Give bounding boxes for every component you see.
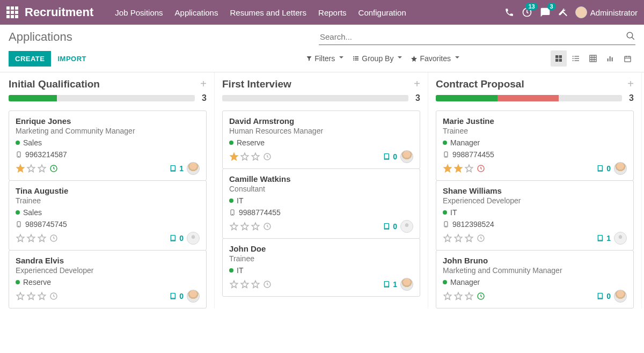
priority-star-icon[interactable] [16,291,25,301]
priority-star-icon[interactable] [229,222,239,231]
attachment-book-icon [169,164,178,173]
activity-clock-icon[interactable] [476,164,486,173]
view-pivot-button[interactable] [585,50,601,67]
priority-star-icon[interactable] [240,280,250,289]
assignee-avatar-icon[interactable] [400,278,413,291]
attachment-count[interactable]: 0 [596,164,611,173]
attachment-count[interactable]: 0 [383,222,397,231]
view-calendar-button[interactable] [619,50,635,67]
assignee-avatar-icon[interactable] [400,150,413,163]
view-graph-button[interactable] [602,50,618,67]
menu-job-positions[interactable]: Job Positions [115,8,163,17]
attachment-count[interactable]: 0 [383,152,397,161]
priority-star-icon[interactable] [240,222,250,231]
kanban-card[interactable]: John Bruno Marketing and Community Manag… [436,250,634,308]
import-button[interactable]: IMPORT [51,51,93,67]
column-title[interactable]: First Interview [222,78,291,90]
column-title[interactable]: Contract Proposal [436,78,524,90]
attachment-count[interactable]: 1 [596,234,611,242]
candidate-phone: 9898745745 [16,220,200,229]
activity-clock-icon[interactable] [262,280,272,289]
menu-resumes-letters[interactable]: Resumes and Letters [230,8,306,17]
kanban-card[interactable]: John Doe Trainee IT 1 [222,238,420,297]
column-count: 3 [199,93,207,103]
add-card-button[interactable]: + [627,78,634,90]
assignee-avatar-icon[interactable] [187,232,200,245]
priority-star-icon[interactable] [37,233,47,243]
priority-star-icon[interactable] [251,280,260,289]
activity-clock-icon[interactable] [262,152,272,161]
kanban-card[interactable]: Sandra Elvis Experienced Developer Reser… [9,250,207,308]
create-button[interactable]: CREATE [9,51,51,67]
priority-star-icon[interactable] [37,291,47,301]
priority-star-icon[interactable] [464,291,474,301]
assignee-avatar-icon[interactable] [187,290,200,303]
attachment-count[interactable]: 1 [169,164,184,173]
priority-star-icon[interactable] [453,233,463,243]
priority-star-icon[interactable] [37,164,47,173]
user-menu[interactable]: Administrator [575,6,638,18]
attachment-count[interactable]: 0 [169,292,184,300]
activity-clock-icon[interactable] [476,291,486,301]
apps-launcher-icon[interactable] [6,6,18,18]
add-card-button[interactable]: + [200,78,207,90]
kanban-card[interactable]: Enrique Jones Marketing and Community Ma… [9,111,207,181]
priority-star-icon[interactable] [251,222,260,231]
candidate-position: Consultant [229,185,413,193]
assignee-avatar-icon[interactable] [187,162,200,175]
priority-star-icon[interactable] [229,280,239,289]
assignee-avatar-icon[interactable] [614,232,627,245]
priority-star-icon[interactable] [16,233,25,243]
priority-star-icon[interactable] [240,152,250,161]
activity-clock-icon[interactable] [49,233,58,243]
candidate-department: IT [443,208,627,217]
assignee-avatar-icon[interactable] [614,290,627,303]
phone-icon[interactable] [504,8,514,17]
attachment-count[interactable]: 0 [169,234,184,242]
menu-reports[interactable]: Reports [318,8,347,17]
priority-star-icon[interactable] [464,233,474,243]
search-input[interactable] [319,29,635,45]
kanban-card[interactable]: Camille Watkins Consultant IT 9988774455… [222,168,420,239]
priority-star-icon[interactable] [464,164,474,173]
priority-star-icon[interactable] [251,152,260,161]
priority-star-icon[interactable] [229,152,239,161]
add-card-button[interactable]: + [414,78,420,90]
view-list-button[interactable] [568,50,584,67]
kanban-card[interactable]: David Armstrong Human Resources Manager … [222,111,420,169]
activity-clock-icon[interactable] [476,233,486,243]
activity-icon[interactable]: 13 [522,7,532,18]
attachment-count[interactable]: 1 [383,280,397,289]
menu-applications[interactable]: Applications [175,8,218,17]
assignee-avatar-icon[interactable] [614,162,627,175]
menu-configuration[interactable]: Configuration [358,8,406,17]
candidate-department: Sales [16,208,200,217]
priority-star-icon[interactable] [26,164,36,173]
filters-dropdown[interactable]: Filters [306,54,343,63]
priority-star-icon[interactable] [26,233,36,243]
priority-star-icon[interactable] [16,164,25,173]
priority-star-icon[interactable] [443,164,452,173]
priority-star-icon[interactable] [443,291,452,301]
assignee-avatar-icon[interactable] [400,220,413,233]
tools-icon[interactable] [558,8,568,17]
kanban-card[interactable]: Marie Justine Trainee Manager 9988774455… [436,111,634,181]
column-title[interactable]: Initial Qualification [9,78,100,90]
kanban-card[interactable]: Shane Williams Experienced Developer IT … [436,180,634,251]
groupby-dropdown[interactable]: Group By [352,54,402,63]
search-icon[interactable] [626,31,635,41]
activity-clock-icon[interactable] [262,222,272,231]
view-kanban-button[interactable] [551,50,567,67]
activity-clock-icon[interactable] [49,291,58,301]
messages-icon[interactable]: 3 [540,7,551,18]
candidate-position: Experienced Developer [16,266,200,275]
priority-star-icon[interactable] [443,233,452,243]
priority-star-icon[interactable] [453,164,463,173]
attachment-count[interactable]: 0 [596,292,611,300]
priority-star-icon[interactable] [453,291,463,301]
activity-clock-icon[interactable] [49,164,58,173]
kanban-card[interactable]: Tina Augustie Trainee Sales 9898745745 0 [9,180,207,251]
funnel-icon [306,55,312,62]
priority-star-icon[interactable] [26,291,36,301]
favorites-dropdown[interactable]: Favorites [411,54,459,63]
